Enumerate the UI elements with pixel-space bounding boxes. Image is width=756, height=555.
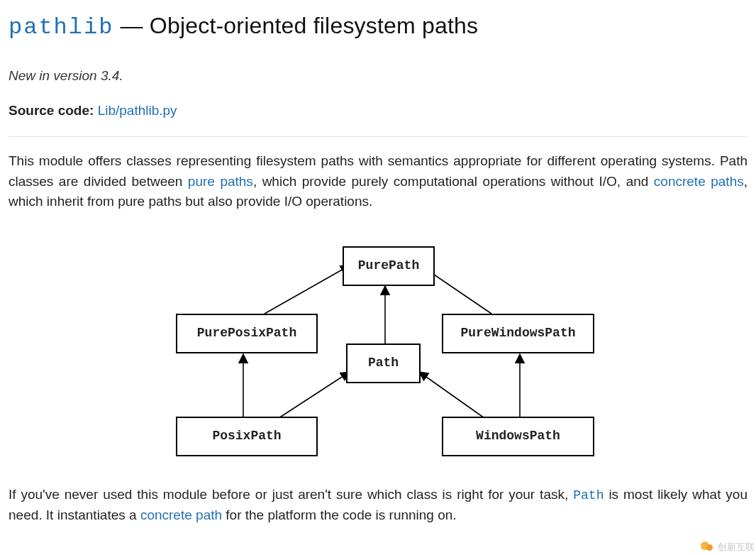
path-class-code: Path	[573, 488, 604, 502]
outro-text-3: for the platform the code is running on.	[222, 507, 457, 522]
outro-paragraph: If you've never used this module before …	[9, 485, 747, 526]
node-pureposixpath: PurePosixPath	[176, 314, 318, 353]
intro-paragraph: This module offers classes representing …	[9, 151, 747, 212]
outro-text-1: If you've never used this module before …	[9, 487, 573, 502]
watermark-icon	[701, 540, 713, 541]
title-text: Object-oriented filesystem paths	[150, 13, 479, 38]
intro-text-2: , which provide purely computational ope…	[253, 174, 654, 189]
watermark-text: 创新互联	[718, 540, 755, 542]
source-link[interactable]: Lib/pathlib.py	[98, 103, 177, 118]
node-posixpath: PosixPath	[176, 417, 318, 456]
pure-paths-link[interactable]: pure paths	[188, 174, 253, 189]
title-dash: —	[113, 13, 149, 38]
source-line: Source code: Lib/pathlib.py	[9, 101, 747, 121]
svg-line-5	[279, 372, 350, 418]
concrete-path-link[interactable]: concrete path	[140, 507, 222, 522]
class-hierarchy-diagram: PurePath PurePosixPath PureWindowsPath P…	[151, 233, 605, 461]
concrete-paths-link[interactable]: concrete paths	[654, 174, 744, 189]
node-purepath: PurePath	[343, 246, 435, 286]
module-name: pathlib	[9, 14, 113, 40]
svg-line-0	[265, 265, 350, 314]
node-path: Path	[346, 344, 421, 383]
watermark: 创新互联	[701, 540, 755, 542]
node-windowspath: WindowsPath	[442, 417, 594, 456]
source-label: Source code:	[9, 103, 94, 118]
section-divider	[9, 136, 747, 137]
version-note: New in version 3.4.	[9, 66, 747, 87]
node-purewindowspath: PureWindowsPath	[442, 314, 594, 353]
page-title: pathlib — Object-oriented filesystem pat…	[9, 9, 747, 45]
svg-line-6	[419, 372, 484, 418]
